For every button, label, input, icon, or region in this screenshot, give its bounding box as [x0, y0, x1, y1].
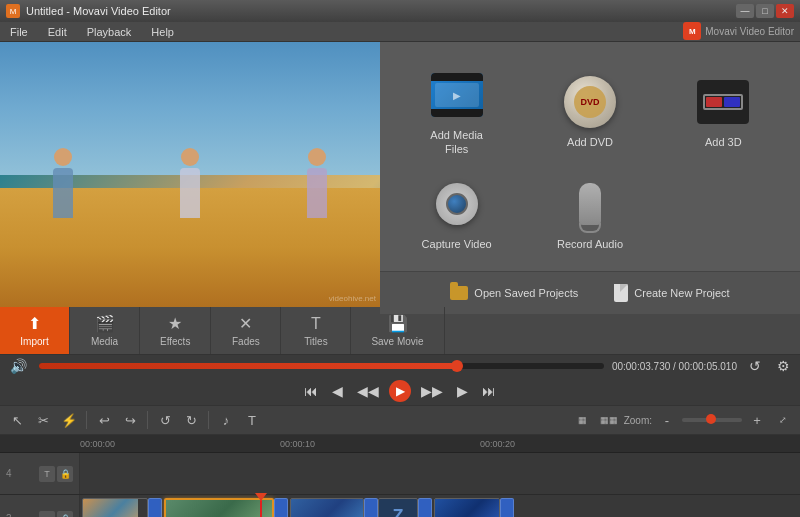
add-media-option[interactable]: ▶ Add MediaFiles	[390, 58, 523, 167]
create-new-label: Create New Project	[634, 287, 729, 299]
volume-button[interactable]: 🔊	[6, 356, 31, 376]
seek-thumb[interactable]	[451, 360, 463, 372]
skip-start-button[interactable]: ⏮	[300, 381, 322, 401]
add-3d-option[interactable]: Add 3D	[657, 58, 790, 167]
figure-head	[181, 148, 199, 166]
glasses-icon	[697, 80, 749, 124]
rewind-button[interactable]: ◀◀	[353, 381, 383, 401]
rotate-right-button[interactable]: ↻	[180, 409, 202, 431]
skip-end-button[interactable]: ⏭	[478, 381, 500, 401]
loop-button[interactable]: ↺	[745, 356, 765, 376]
track-3-content[interactable]: 1.mp4 (0:00:03) Summer.mp4 (0:00:05)	[80, 495, 800, 517]
add-dvd-option[interactable]: DVD Add DVD	[523, 58, 656, 167]
import-tab-label: Import	[20, 336, 48, 347]
main-content: videohive.net ▶ Add MediaFiles	[0, 42, 800, 307]
figure-3	[302, 148, 332, 228]
progress-fill	[39, 363, 457, 369]
tab-titles[interactable]: T Titles	[281, 307, 351, 354]
window-title: Untitled - Movavi Video Editor	[26, 5, 171, 17]
fast-forward-button[interactable]: ▶▶	[417, 381, 447, 401]
webcam-icon	[436, 183, 478, 225]
step-back-button[interactable]: ◀	[328, 381, 347, 401]
track-4-content[interactable]	[80, 453, 800, 494]
maximize-button[interactable]: □	[756, 4, 774, 18]
text-button[interactable]: T	[241, 409, 263, 431]
menu-playback[interactable]: Playback	[83, 24, 136, 40]
3d-glasses	[703, 94, 743, 110]
zoom-label: Zoom:	[624, 415, 652, 426]
step-forward-button[interactable]: ▶	[453, 381, 472, 401]
zoom-in-button[interactable]: +	[746, 409, 768, 431]
record-audio-option[interactable]: Record Audio	[523, 167, 656, 261]
close-button[interactable]: ✕	[776, 4, 794, 18]
time-display: 00:00:03.730 / 00:00:05.010	[612, 361, 737, 372]
menu-edit[interactable]: Edit	[44, 24, 71, 40]
settings-button[interactable]: ⚙	[773, 356, 794, 376]
fades-tab-label: Fades	[232, 336, 260, 347]
track-4: 4 T 🔒	[0, 453, 800, 495]
split-tool[interactable]: ⚡	[58, 409, 80, 431]
undo-button[interactable]: ↩	[93, 409, 115, 431]
clip-5[interactable]: Water.jpg (0:00:03)	[434, 498, 500, 517]
zoom-slider[interactable]	[682, 418, 742, 422]
add-media-label: Add MediaFiles	[430, 128, 483, 157]
seek-bar[interactable]	[39, 363, 604, 369]
clip-z[interactable]: Z	[378, 498, 418, 517]
track-4-text-btn[interactable]: T	[39, 466, 55, 482]
create-new-project-button[interactable]: Create New Project	[606, 280, 737, 306]
media-tab-icon: 🎬	[95, 314, 115, 333]
figure-2	[175, 148, 205, 228]
track-3-number: 3	[6, 513, 18, 517]
menu-help[interactable]: Help	[147, 24, 178, 40]
playback-controls: ⏮ ◀ ◀◀ ▶ ▶▶ ▶ ⏭	[0, 377, 800, 405]
tab-save-movie[interactable]: 💾 Save Movie	[351, 307, 444, 354]
effects-tab-label: Effects	[160, 336, 190, 347]
app-icon: M	[6, 4, 20, 18]
tab-fades[interactable]: ✕ Fades	[211, 307, 281, 354]
clip-5-thumb: Water.jpg (0:00:03)	[435, 499, 499, 517]
capture-video-option[interactable]: Capture Video	[390, 167, 523, 261]
clip-1[interactable]: 1.mp4 (0:00:03)	[82, 498, 148, 517]
zoom-thumb[interactable]	[706, 414, 716, 424]
title-bar: M Untitled - Movavi Video Editor — □ ✕	[0, 0, 800, 22]
effects-tab-icon: ★	[168, 314, 182, 333]
cut-tool[interactable]: ✂	[32, 409, 54, 431]
play-button[interactable]: ▶	[389, 380, 411, 402]
fit-timeline-button[interactable]: ▦	[572, 409, 594, 431]
ruler-mark-20: 00:00:20	[480, 439, 515, 449]
film-icon: ▶	[431, 73, 483, 117]
record-audio-icon	[563, 177, 617, 231]
logo-area: M Movavi Video Editor	[683, 22, 794, 40]
track-3-lock-btn[interactable]: 🔒	[57, 511, 73, 518]
ruler-mark-10: 00:00:10	[280, 439, 315, 449]
rotate-left-button[interactable]: ↺	[154, 409, 176, 431]
window-controls[interactable]: — □ ✕	[736, 4, 794, 18]
preview-figures	[0, 148, 380, 228]
open-saved-label: Open Saved Projects	[474, 287, 578, 299]
timeline-area: 00:00:00 00:00:10 00:00:20 4 T 🔒 3	[0, 435, 800, 517]
minimize-button[interactable]: —	[736, 4, 754, 18]
clip-3[interactable]: Swimming.jpg (0...	[290, 498, 364, 517]
playhead	[260, 495, 262, 517]
tab-effects[interactable]: ★ Effects	[140, 307, 211, 354]
menu-file[interactable]: File	[6, 24, 32, 40]
separator-3	[208, 411, 209, 429]
tab-media[interactable]: 🎬 Media	[70, 307, 140, 354]
timeline-view-button[interactable]: ▦▦	[598, 409, 620, 431]
capture-video-icon	[430, 177, 484, 231]
audio-button[interactable]: ♪	[215, 409, 237, 431]
webcam-lens	[446, 193, 468, 215]
figure-1	[48, 148, 78, 228]
figure-body	[180, 168, 200, 218]
glass-left	[706, 97, 722, 107]
tab-import[interactable]: ⬆ Import	[0, 307, 70, 354]
track-4-lock-btn[interactable]: 🔒	[57, 466, 73, 482]
expand-button[interactable]: ⤢	[772, 409, 794, 431]
record-audio-label: Record Audio	[557, 237, 623, 251]
cursor-tool[interactable]: ↖	[6, 409, 28, 431]
open-saved-projects-button[interactable]: Open Saved Projects	[442, 282, 586, 304]
track-3-mute-btn[interactable]: ♪	[39, 511, 55, 518]
redo-button[interactable]: ↪	[119, 409, 141, 431]
progress-bar-area: 🔊 00:00:03.730 / 00:00:05.010 ↺ ⚙	[0, 355, 800, 377]
zoom-out-button[interactable]: -	[656, 409, 678, 431]
